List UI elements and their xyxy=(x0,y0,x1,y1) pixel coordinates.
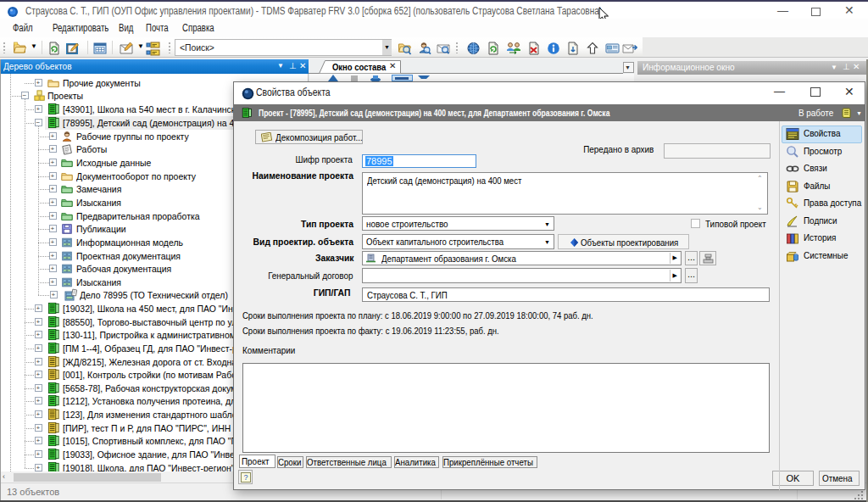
svg-text:?: ? xyxy=(243,473,248,482)
